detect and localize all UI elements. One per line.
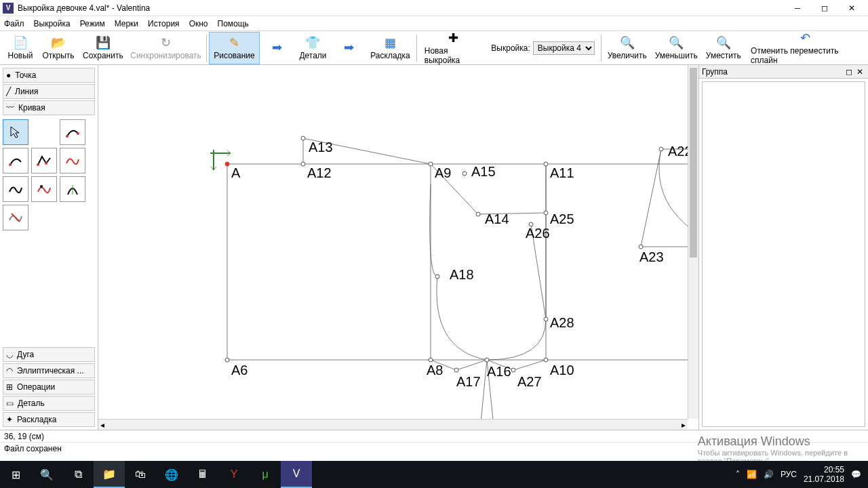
network-icon[interactable]: 📶: [747, 470, 757, 479]
new-button[interactable]: 📄Новый: [3, 32, 38, 64]
new-pattern-icon: ✚: [446, 30, 460, 45]
arrow-tool[interactable]: [3, 119, 28, 145]
svg-point-61: [225, 358, 229, 362]
new-pattern-button[interactable]: ✚Новая выкройка: [419, 32, 488, 64]
group-panel-title: Группа: [702, 67, 728, 77]
open-button[interactable]: 📂Открыть: [38, 32, 79, 64]
layout-arrow-button[interactable]: ➡: [331, 32, 366, 64]
menu-history[interactable]: История: [148, 19, 180, 28]
svg-text:A23: A23: [639, 249, 664, 264]
system-tray[interactable]: ˄ 📶 🔊 РУС 20:5521.07.2018 💬: [729, 465, 868, 485]
svg-text:A15: A15: [471, 164, 496, 179]
folder-open-icon: 📂: [51, 35, 66, 50]
calculator-taskbar-icon[interactable]: 🖩: [187, 461, 218, 488]
svg-line-24: [456, 360, 487, 370]
app-icon: V: [3, 3, 14, 14]
spline-tool-2[interactable]: [3, 148, 28, 174]
search-button[interactable]: 🔍: [31, 461, 62, 488]
volume-icon[interactable]: 🔊: [764, 470, 774, 479]
utorrent-taskbar-icon[interactable]: μ: [250, 461, 281, 488]
arc-icon: ◡: [6, 350, 13, 359]
chrome-taskbar-icon[interactable]: 🌐: [156, 461, 187, 488]
svg-text:A13: A13: [309, 140, 333, 155]
point-icon: ●: [6, 70, 11, 80]
garment-icon: 👕: [305, 35, 320, 50]
sync-button[interactable]: ↻Синхронизировать: [127, 32, 205, 64]
svg-point-33: [301, 162, 305, 166]
tool-ellipse[interactable]: ◠Эллиптическая ...: [3, 363, 95, 378]
zoom-fit-button[interactable]: 🔍Уместить: [702, 32, 746, 64]
tool-line[interactable]: ╱Линия: [3, 84, 95, 99]
svg-point-45: [659, 147, 663, 151]
pattern-dropdown[interactable]: Выкройка 4: [533, 41, 595, 55]
svg-text:A18: A18: [450, 267, 474, 282]
horizontal-scrollbar[interactable]: ◂▸: [98, 419, 688, 430]
start-button[interactable]: ⊞: [0, 461, 31, 488]
undo-button[interactable]: ↶Отменить переместить сплайн: [745, 32, 865, 64]
language-indicator[interactable]: РУС: [781, 470, 797, 479]
close-button[interactable]: ✕: [838, 0, 865, 16]
menu-pattern[interactable]: Выкройка: [34, 19, 71, 28]
spline-tool-6[interactable]: [31, 176, 57, 202]
save-button[interactable]: 💾Сохранить: [79, 32, 127, 64]
menu-mode[interactable]: Режим: [80, 19, 105, 28]
maximize-button[interactable]: ◻: [811, 0, 838, 16]
panel-float-button[interactable]: ◻: [844, 67, 854, 77]
group-list[interactable]: [702, 81, 865, 427]
separator: [206, 35, 207, 62]
tool-detail[interactable]: ▭Деталь: [3, 396, 95, 411]
store-taskbar-icon[interactable]: 🛍: [125, 461, 156, 488]
drawing-canvas[interactable]: AA13A12A9A15A11A21A2A22A14A25A26A23A24A1…: [98, 65, 698, 430]
spline-tool-5[interactable]: [3, 176, 28, 202]
svg-point-31: [301, 136, 305, 140]
curve-tools-grid: [3, 117, 95, 233]
explorer-taskbar-icon[interactable]: 📁: [94, 461, 125, 488]
main-toolbar: 📄Новый 📂Открыть 💾Сохранить ↻Синхронизиро…: [0, 31, 868, 65]
tool-arc[interactable]: ◡Дуга: [3, 347, 95, 362]
menu-file[interactable]: Файл: [4, 19, 24, 28]
menu-help[interactable]: Помощь: [218, 19, 249, 28]
svg-point-47: [476, 212, 480, 216]
panel-close-button[interactable]: ✕: [854, 67, 865, 77]
svg-text:A6: A6: [231, 363, 248, 378]
svg-point-35: [429, 162, 433, 166]
clock[interactable]: 20:5521.07.2018: [804, 465, 844, 485]
separator: [416, 35, 417, 62]
pencil-icon: ✎: [227, 35, 242, 50]
notifications-icon[interactable]: 💬: [851, 470, 861, 479]
tool-operations[interactable]: ⊞Операции: [3, 380, 95, 394]
layout-mode-button[interactable]: ▦Раскладка: [366, 32, 414, 64]
zoom-out-button[interactable]: 🔍Уменьшить: [651, 32, 702, 64]
minimize-button[interactable]: ─: [784, 0, 811, 16]
pattern-selector: Выкройка: Выкройка 4: [491, 41, 594, 55]
svg-text:A22: A22: [668, 144, 688, 159]
tray-chevron-icon[interactable]: ˄: [736, 470, 740, 479]
vertical-scrollbar[interactable]: [688, 65, 698, 419]
yandex-taskbar-icon[interactable]: Y: [218, 461, 250, 488]
spline-tool-8[interactable]: [3, 205, 28, 230]
svg-text:A12: A12: [307, 165, 332, 180]
tool-curve[interactable]: 〰Кривая: [3, 100, 95, 115]
svg-point-49: [544, 211, 548, 215]
details-mode-button[interactable]: 👕Детали: [295, 32, 331, 64]
menu-measurements[interactable]: Мерки: [115, 19, 138, 28]
svg-point-63: [429, 358, 433, 362]
layout-icon: ▦: [383, 35, 398, 50]
task-view-button[interactable]: ⧉: [62, 461, 94, 488]
tool-layout[interactable]: ✦Раскладка: [3, 412, 95, 427]
tool-point[interactable]: ●Точка: [3, 68, 95, 83]
details-button[interactable]: ➡: [260, 32, 295, 64]
curve-icon: 〰: [6, 103, 14, 113]
menu-window[interactable]: Окно: [189, 19, 208, 28]
spline-tool-4[interactable]: [60, 148, 85, 174]
spline-tool-7[interactable]: [60, 176, 85, 202]
spline-tool-3[interactable]: [31, 148, 57, 174]
svg-point-2: [9, 163, 12, 166]
svg-text:A16: A16: [487, 364, 511, 379]
svg-point-59: [544, 317, 548, 321]
spline-tool-1[interactable]: [60, 119, 85, 145]
draw-mode-button[interactable]: ✎Рисование: [209, 32, 259, 64]
valentina-taskbar-icon[interactable]: V: [281, 461, 312, 488]
zoom-in-button[interactable]: 🔍Увеличить: [604, 32, 651, 64]
zoom-fit-icon: 🔍: [716, 35, 731, 50]
